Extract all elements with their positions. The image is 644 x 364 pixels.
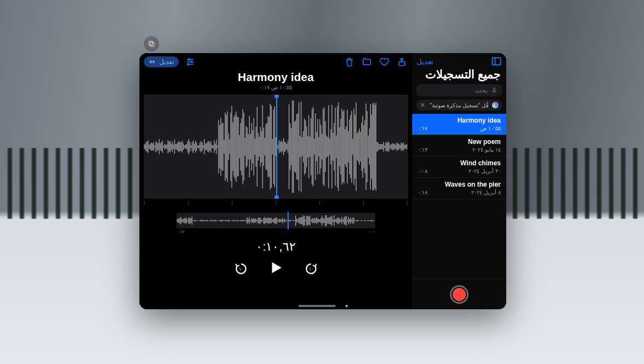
siri-suggestion[interactable]: قُل "تسجيل مذكرة صوتية" ✕: [417, 100, 502, 111]
sidebar-edit-button[interactable]: تعديل: [417, 57, 434, 66]
playback-controls: ١٠ ١٠: [139, 259, 412, 278]
skip-forward-amount: ١٠: [309, 267, 313, 271]
svg-rect-0: [149, 41, 153, 45]
svg-marker-442: [272, 262, 282, 273]
svg-rect-2: [493, 57, 501, 65]
list-item-date: ٨ أبريل ٢٠٢٤: [471, 189, 501, 195]
favorite-button[interactable]: [378, 56, 390, 68]
search-placeholder: بحث: [475, 86, 488, 94]
list-item-duration: ٠:١٣: [418, 147, 428, 153]
sidebar-top: تعديل: [412, 53, 506, 68]
folder-icon: [362, 57, 372, 67]
list-item-date: ١٠:٥٥ ص: [480, 125, 501, 131]
svg-rect-1: [150, 43, 154, 47]
heart-icon: [379, 57, 389, 67]
list-item-title: New poem: [418, 138, 501, 146]
recordings-list: Harmony idea ١٠:٥٥ ص ٠:١٧ New poem ١٤ ما…: [412, 114, 506, 279]
list-item[interactable]: New poem ١٤ مايو ٢٠٢٤ ٠:١٣: [412, 135, 506, 157]
move-to-folder-button[interactable]: [361, 56, 373, 68]
list-item-title: Wind chimes: [418, 159, 501, 167]
sidebar-toggle-icon[interactable]: [491, 56, 502, 67]
svg-point-18: [191, 61, 192, 63]
waveform-area: ||||||| ٠:٠٠ ٠:١٧: [144, 95, 408, 234]
record-bar: [412, 279, 506, 309]
home-indicator: [298, 305, 348, 307]
close-icon[interactable]: ✕: [420, 101, 425, 109]
list-item-duration: ٠:١٨: [418, 189, 428, 195]
time-ruler: |||||||: [144, 199, 408, 205]
desktop-wallpaper: تعديل جميع التسجيلات بحث قُل "تسجيل مذكر…: [0, 0, 644, 364]
list-item[interactable]: Wind chimes ٣٠ أبريل ٢٠٢٤ ٠:٠٨: [412, 157, 506, 178]
overview-playhead[interactable]: [288, 212, 289, 229]
voice-memos-window: تعديل جميع التسجيلات بحث قُل "تسجيل مذكر…: [139, 53, 506, 309]
overview-start-label: ٠:٠٠: [367, 229, 375, 234]
options-button[interactable]: [184, 56, 196, 68]
siri-hint-text: قُل "تسجيل مذكرة صوتية": [430, 102, 489, 108]
editor-panel: تعديل: [139, 53, 412, 309]
svg-point-20: [188, 63, 189, 65]
list-item-title: Harmony idea: [418, 117, 501, 124]
list-item-date: ١٤ مايو ٢٠٢٤: [472, 147, 501, 153]
play-button[interactable]: [268, 259, 284, 278]
list-item-title: Waves on the pier: [418, 181, 501, 188]
search-input[interactable]: بحث: [417, 84, 502, 96]
list-item-duration: ٠:٠٨: [418, 168, 428, 174]
share-icon: [397, 57, 407, 67]
waveform-icon: [149, 59, 156, 65]
sidebar-title: جميع التسجيلات: [412, 68, 506, 84]
mic-icon: [491, 87, 497, 94]
edit-recording-button[interactable]: تعديل: [144, 56, 179, 67]
siri-icon: [492, 102, 499, 108]
skip-forward-button[interactable]: ١٠: [303, 261, 319, 277]
edit-pill-label: تعديل: [159, 58, 174, 66]
overview-end-label: ٠:١٧: [177, 229, 184, 234]
current-time: ٠:١٠,٦٢: [139, 240, 412, 254]
svg-rect-4: [494, 88, 495, 91]
sidebar: تعديل جميع التسجيلات بحث قُل "تسجيل مذكر…: [412, 53, 506, 309]
waveform-main[interactable]: [144, 95, 408, 199]
skip-back-amount: ١٠: [239, 267, 243, 271]
trash-icon: [344, 57, 354, 67]
play-icon: [268, 259, 284, 276]
sliders-icon: [185, 57, 195, 67]
waveform-overview-graphic: [177, 213, 375, 228]
playhead[interactable]: [276, 95, 277, 199]
recording-meta: ١٠:٥٥ ص ٠:١٧: [139, 84, 412, 90]
recording-title[interactable]: Harmony idea: [139, 71, 412, 84]
share-button[interactable]: [396, 56, 408, 68]
skip-back-button[interactable]: ١٠: [233, 261, 249, 277]
list-item-date: ٣٠ أبريل ٢٠٢٤: [469, 168, 501, 174]
editor-toolbar: تعديل: [139, 53, 412, 71]
record-button[interactable]: [450, 285, 469, 304]
list-item[interactable]: Waves on the pier ٨ أبريل ٢٠٢٤ ٠:١٨: [412, 178, 506, 199]
delete-button[interactable]: [343, 56, 355, 68]
multitask-button[interactable]: [144, 36, 159, 51]
list-item-duration: ٠:١٧: [418, 125, 428, 131]
waveform-overview[interactable]: [177, 213, 375, 228]
list-item[interactable]: Harmony idea ١٠:٥٥ ص ٠:١٧: [412, 114, 506, 135]
svg-point-16: [188, 59, 190, 60]
